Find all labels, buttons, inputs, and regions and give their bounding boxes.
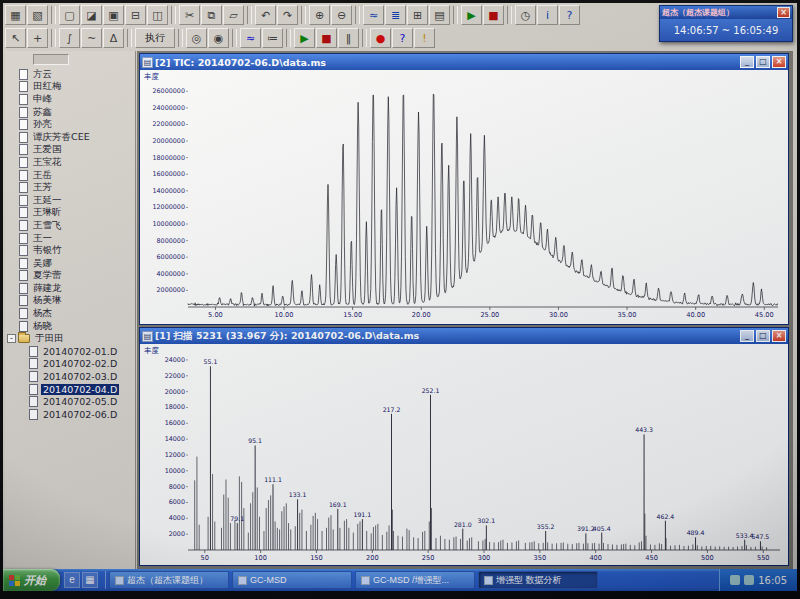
tree-file-item[interactable]: 王琳昕 bbox=[7, 207, 135, 220]
crosshair-icon[interactable]: + bbox=[27, 28, 48, 48]
start-button[interactable]: 开始 bbox=[3, 569, 60, 591]
table-icon[interactable]: ⊞ bbox=[407, 5, 428, 25]
print-icon[interactable]: ⊟ bbox=[125, 5, 146, 25]
info-icon[interactable]: i bbox=[537, 5, 558, 25]
tree-file-item[interactable]: 吴娜 bbox=[7, 257, 135, 270]
sequence-icon[interactable]: ≔ bbox=[262, 28, 283, 48]
baseline-icon[interactable]: ~ bbox=[81, 28, 102, 48]
preview-icon[interactable]: ◫ bbox=[147, 5, 168, 25]
tree-file-item[interactable]: 20140702-04.D bbox=[7, 383, 135, 396]
open-file-icon[interactable]: ◪ bbox=[81, 5, 102, 25]
taskbar-task-button[interactable]: 超杰（超杰课题组） bbox=[109, 571, 229, 589]
tic-plot[interactable]: 丰度 2000000400000060000008000000100000001… bbox=[140, 70, 788, 323]
library-search-icon[interactable]: ◎ bbox=[186, 28, 207, 48]
close-icon[interactable]: × bbox=[772, 330, 786, 342]
spectrum-search-icon[interactable]: ◉ bbox=[208, 28, 229, 48]
tree-file-item[interactable]: 20140702-05.D bbox=[7, 395, 135, 408]
spectrum-icon[interactable]: ≣ bbox=[385, 5, 406, 25]
warning-icon[interactable]: ! bbox=[414, 28, 435, 48]
taskbar-task-button[interactable]: GC-MSD bbox=[232, 571, 352, 589]
tree-item-label: 于田田 bbox=[33, 332, 66, 345]
tree-file-item[interactable]: 王一 bbox=[7, 232, 135, 245]
undo-icon[interactable]: ↶ bbox=[255, 5, 276, 25]
spectrum-window-titlebar[interactable]: ▤ [1] 扫描 5231 (33.967 分): 20140702-06.D\… bbox=[140, 328, 788, 344]
tree-file-item[interactable]: 夏学蕾 bbox=[7, 270, 135, 283]
tree-file-item[interactable]: 韦银竹 bbox=[7, 244, 135, 257]
tree-file-item[interactable]: 20140702-03.D bbox=[7, 370, 135, 383]
tree-file-item[interactable]: 谭庆芳香CEE bbox=[7, 131, 135, 144]
tree-file-item[interactable]: 王芳 bbox=[7, 181, 135, 194]
tree-file-item[interactable]: 20140702-01.D bbox=[7, 345, 135, 358]
help-icon[interactable]: ? bbox=[559, 5, 580, 25]
new-file-icon[interactable]: ▢ bbox=[59, 5, 80, 25]
network-icon[interactable] bbox=[744, 575, 754, 585]
tile-windows-icon[interactable]: ▦ bbox=[5, 5, 26, 25]
tree-panel-button[interactable] bbox=[33, 54, 69, 65]
signal-icon[interactable]: ≈ bbox=[240, 28, 261, 48]
show-desktop-icon[interactable]: ▦ bbox=[82, 572, 98, 588]
tree-file-item[interactable]: 孙亮 bbox=[7, 118, 135, 131]
minimize-icon[interactable]: _ bbox=[740, 56, 754, 68]
cascade-windows-icon[interactable]: ▧ bbox=[27, 5, 48, 25]
tray-clock[interactable]: 16:05 bbox=[758, 575, 787, 586]
tree-file-item[interactable]: 方云 bbox=[7, 68, 135, 81]
run-icon[interactable]: ▶ bbox=[461, 5, 482, 25]
paste-icon[interactable]: ▱ bbox=[223, 5, 244, 25]
svg-text:10.00: 10.00 bbox=[275, 311, 294, 319]
tree-file-item[interactable]: 田红梅 bbox=[7, 81, 135, 94]
clock-icon[interactable]: ◷ bbox=[515, 5, 536, 25]
ie-browser-icon[interactable]: e bbox=[64, 572, 80, 588]
taskbar-task-button[interactable]: 增强型 数据分析 bbox=[478, 571, 598, 589]
tree-file-item[interactable]: 王爱国 bbox=[7, 144, 135, 157]
taskbar-task-button[interactable]: GC-MSD /增强型... bbox=[355, 571, 475, 589]
zoom-in-icon[interactable]: ⊕ bbox=[309, 5, 330, 25]
calibrate-icon[interactable]: Δ bbox=[103, 28, 124, 48]
maximize-icon[interactable]: □ bbox=[756, 330, 770, 342]
minimize-icon[interactable]: _ bbox=[740, 330, 754, 342]
data-file-icon bbox=[19, 283, 28, 294]
tree-file-item[interactable]: 申峰 bbox=[7, 93, 135, 106]
close-icon[interactable]: × bbox=[772, 56, 786, 68]
stop-icon[interactable]: ■ bbox=[483, 5, 504, 25]
select-arrow-icon[interactable]: ↖ bbox=[5, 28, 26, 48]
zoom-out-icon[interactable]: ⊖ bbox=[331, 5, 352, 25]
close-icon[interactable]: × bbox=[777, 7, 790, 18]
collapse-box-icon[interactable]: - bbox=[7, 334, 16, 343]
tree-file-item[interactable]: 苏鑫 bbox=[7, 106, 135, 119]
data-file-icon bbox=[29, 371, 38, 382]
question-icon[interactable]: ? bbox=[392, 28, 413, 48]
maximize-icon[interactable]: □ bbox=[756, 56, 770, 68]
chromatogram-icon[interactable]: ≈ bbox=[363, 5, 384, 25]
tree-file-item[interactable]: 王延一 bbox=[7, 194, 135, 207]
alert-icon[interactable]: ● bbox=[370, 28, 391, 48]
tree-folder-item[interactable]: -于田田 bbox=[7, 332, 135, 345]
start-run-icon[interactable]: ▶ bbox=[294, 28, 315, 48]
tree-item-label: 王一 bbox=[31, 232, 54, 245]
tree-file-item[interactable]: 20140702-06.D bbox=[7, 408, 135, 421]
tree-file-item[interactable]: 杨晓 bbox=[7, 320, 135, 333]
save-icon[interactable]: ▣ bbox=[103, 5, 124, 25]
redo-icon[interactable]: ↷ bbox=[277, 5, 298, 25]
svg-text:12000: 12000 bbox=[165, 451, 185, 459]
spectrum-plot[interactable]: 丰度 2000400060008000100001200014000160001… bbox=[140, 344, 788, 565]
tree-file-item[interactable]: 杨美琳 bbox=[7, 295, 135, 308]
timer-popup-titlebar[interactable]: 超杰（超杰课题组） × bbox=[660, 6, 792, 19]
tree-file-item[interactable]: 王岳 bbox=[7, 169, 135, 182]
tree-file-item[interactable]: 王宝花 bbox=[7, 156, 135, 169]
tic-window-titlebar[interactable]: ▤ [2] TIC: 20140702-06.D\data.ms _ □ × bbox=[140, 54, 788, 70]
tree-file-item[interactable]: 王雪飞 bbox=[7, 219, 135, 232]
tree-file-item[interactable]: 20140702-02.D bbox=[7, 358, 135, 371]
integrate-icon[interactable]: ∫ bbox=[59, 28, 80, 48]
pause-icon[interactable]: ‖ bbox=[338, 28, 359, 48]
cut-icon[interactable]: ✂ bbox=[179, 5, 200, 25]
tree-file-item[interactable]: 杨杰 bbox=[7, 307, 135, 320]
tree-file-item[interactable]: 薛建龙 bbox=[7, 282, 135, 295]
stop-run-icon[interactable]: ■ bbox=[316, 28, 337, 48]
report-icon[interactable]: ▤ bbox=[429, 5, 450, 25]
execute-button[interactable]: 执行 bbox=[135, 28, 175, 48]
volume-icon[interactable] bbox=[730, 575, 740, 585]
copy-icon[interactable]: ⧉ bbox=[201, 5, 222, 25]
timer-popup-window: 超杰（超杰课题组） × 14:06:57 ~ 16:05:49 bbox=[659, 5, 793, 42]
table-icon: ⊞ bbox=[413, 10, 422, 21]
data-file-icon bbox=[19, 195, 28, 206]
